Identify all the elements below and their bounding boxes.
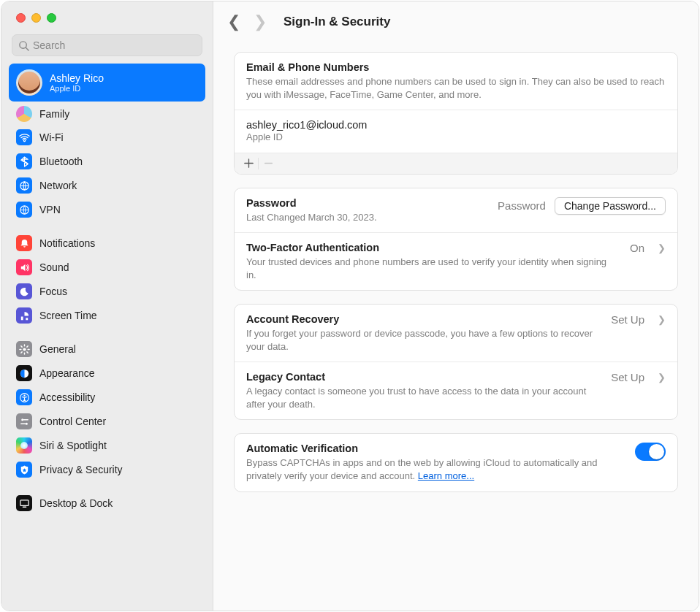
search-input[interactable]: Search — [12, 34, 202, 56]
sidebar-item-label: Accessibility — [39, 391, 95, 403]
sidebar-item-accessibility[interactable]: Accessibility — [9, 386, 205, 409]
sidebar: Search Ashley Rico Apple ID Family Wi-Fi… — [1, 1, 213, 611]
legacy-contact-title: Legacy Contact — [246, 371, 604, 383]
privacy-icon — [16, 462, 32, 478]
siri-icon — [16, 437, 32, 454]
search-icon — [18, 40, 29, 51]
sidebar-item-privacy[interactable]: Privacy & Security — [9, 458, 205, 481]
password-title: Password — [246, 197, 377, 209]
sidebar-item-label: Appearance — [39, 367, 95, 379]
primary-email: ashley_rico1@icloud.com — [246, 119, 666, 131]
screentime-icon — [16, 307, 32, 324]
sidebar-item-label: General — [39, 343, 76, 355]
remove-email-button[interactable] — [259, 155, 278, 172]
two-factor-title: Two-Factor Authentication — [246, 242, 619, 253]
email-phone-card: Email & Phone Numbers These email addres… — [234, 52, 678, 175]
sidebar-item-wifi[interactable]: Wi-Fi — [9, 126, 205, 149]
sidebar-item-network[interactable]: Network — [9, 174, 205, 197]
sidebar-item-sound[interactable]: Sound — [9, 256, 205, 279]
nav-back-button[interactable]: ❮ — [227, 12, 241, 31]
chevron-right-icon: ❯ — [658, 242, 666, 253]
window-close-button[interactable] — [16, 13, 26, 23]
search-placeholder: Search — [33, 39, 65, 51]
focus-icon — [16, 283, 32, 299]
legacy-contact-value: Set Up — [611, 371, 644, 383]
bluetooth-icon — [16, 153, 32, 169]
email-phone-subtitle: These email addresses and phone numbers … — [246, 75, 666, 101]
sidebar-item-desktop[interactable]: Desktop & Dock — [9, 491, 205, 515]
sidebar-item-general[interactable]: General — [9, 337, 205, 361]
svg-point-8 — [21, 418, 23, 421]
sidebar-item-controlcenter[interactable]: Control Center — [9, 410, 205, 433]
account-recovery-value: Set Up — [611, 313, 644, 326]
nav-forward-button[interactable]: ❯ — [253, 12, 267, 31]
general-icon — [16, 341, 32, 357]
password-subtitle: Last Changed March 30, 2023. — [246, 211, 377, 224]
window-controls — [1, 13, 213, 23]
sidebar-item-label: Network — [39, 180, 77, 191]
window-minimize-button[interactable] — [31, 13, 41, 23]
sidebar-item-label: Focus — [39, 286, 67, 297]
sidebar-item-apple-id[interactable]: Ashley Rico Apple ID — [9, 64, 205, 102]
password-card: Password Last Changed March 30, 2023. Pa… — [234, 188, 678, 291]
two-factor-row[interactable]: Two-Factor Authentication Your trusted d… — [235, 232, 677, 290]
avatar — [16, 69, 42, 96]
content-pane: ❮ ❯ Sign-In & Security Email & Phone Num… — [213, 1, 699, 611]
vpn-icon — [16, 202, 32, 218]
sidebar-item-vpn[interactable]: VPN — [9, 198, 205, 221]
content-scroll[interactable]: Email & Phone Numbers These email addres… — [213, 42, 699, 611]
sidebar-item-label: Family — [39, 108, 69, 120]
sound-icon — [16, 259, 32, 275]
add-email-button[interactable] — [239, 155, 258, 172]
svg-point-9 — [25, 422, 27, 424]
sidebar-item-label: Notifications — [39, 237, 95, 249]
svg-rect-11 — [22, 506, 26, 507]
sidebar-item-family[interactable]: Family — [9, 102, 205, 126]
change-password-button[interactable]: Change Password... — [555, 197, 666, 215]
user-subtitle: Apple ID — [50, 84, 104, 93]
auto-verification-toggle[interactable] — [635, 443, 666, 461]
password-field-label: Password — [498, 199, 546, 212]
email-add-remove-bar — [235, 153, 677, 174]
appearance-icon — [16, 365, 32, 381]
svg-point-7 — [23, 394, 25, 396]
account-recovery-row[interactable]: Account Recovery If you forget your pass… — [235, 305, 677, 362]
auto-verification-title: Automatic Verification — [246, 443, 626, 454]
accessibility-icon — [16, 389, 32, 405]
sidebar-item-appearance[interactable]: Appearance — [9, 362, 205, 385]
sidebar-item-label: Privacy & Security — [39, 464, 123, 475]
svg-point-4 — [23, 348, 26, 351]
sidebar-item-bluetooth[interactable]: Bluetooth — [9, 150, 205, 173]
sidebar-item-label: Control Center — [39, 416, 106, 427]
svg-rect-10 — [20, 500, 28, 505]
wifi-icon — [16, 129, 32, 145]
titlebar: ❮ ❯ Sign-In & Security — [213, 1, 699, 42]
auto-verification-subtitle: Bypass CAPTCHAs in apps and on the web b… — [246, 456, 626, 482]
two-factor-subtitle: Your trusted devices and phone numbers a… — [246, 256, 619, 281]
sidebar-item-label: Siri & Spotlight — [39, 440, 107, 451]
primary-email-row[interactable]: ashley_rico1@icloud.com Apple ID — [235, 110, 677, 153]
sidebar-item-label: Wi-Fi — [39, 131, 64, 143]
controlcenter-icon — [16, 413, 32, 429]
sidebar-item-siri[interactable]: Siri & Spotlight — [9, 434, 205, 457]
sidebar-scroll[interactable]: Ashley Rico Apple ID Family Wi-FiBluetoo… — [1, 64, 213, 611]
chevron-right-icon: ❯ — [658, 372, 666, 383]
sidebar-item-focus[interactable]: Focus — [9, 280, 205, 303]
legacy-contact-row[interactable]: Legacy Contact A legacy contact is someo… — [235, 362, 677, 419]
recovery-card: Account Recovery If you forget your pass… — [234, 304, 678, 420]
sidebar-item-notifications[interactable]: Notifications — [9, 232, 205, 255]
svg-line-1 — [26, 47, 28, 50]
learn-more-link[interactable]: Learn more... — [418, 470, 474, 481]
legacy-contact-subtitle: A legacy contact is someone you trust to… — [246, 385, 604, 410]
window-zoom-button[interactable] — [47, 13, 56, 23]
sidebar-item-screentime[interactable]: Screen Time — [9, 304, 205, 327]
family-icon — [16, 106, 32, 122]
sidebar-item-label: Sound — [39, 261, 69, 273]
sidebar-item-label: Desktop & Dock — [39, 497, 113, 509]
desktop-icon — [16, 495, 32, 511]
sidebar-item-label: Bluetooth — [39, 156, 83, 167]
user-name: Ashley Rico — [50, 72, 104, 84]
primary-email-label: Apple ID — [246, 131, 666, 144]
auto-verification-card: Automatic Verification Bypass CAPTCHAs i… — [234, 433, 678, 491]
email-phone-title: Email & Phone Numbers — [246, 61, 666, 73]
